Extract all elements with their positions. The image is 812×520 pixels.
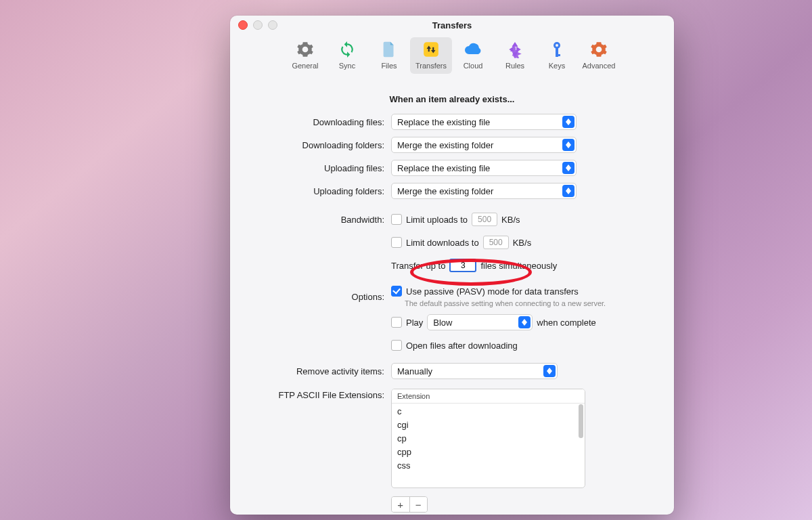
file-icon (380, 40, 399, 59)
input-limit-downloads[interactable]: 500 (483, 236, 509, 249)
checkbox-passive-mode[interactable] (391, 286, 402, 297)
select-play-sound[interactable]: Blow (427, 314, 533, 330)
cloud-icon (464, 40, 482, 59)
tab-transfers[interactable]: Transfers (410, 37, 452, 74)
text-play: Play (406, 318, 423, 328)
scrollbar[interactable] (579, 404, 583, 438)
checkbox-open-after-download[interactable] (391, 340, 402, 351)
tab-advanced[interactable]: Advanced (578, 37, 620, 74)
unit-downloads: KB/s (513, 238, 531, 248)
label-downloading-files: Downloading files: (249, 117, 391, 127)
window-title: Transfers (230, 20, 674, 30)
label-uploading-folders: Uploading folders: (249, 186, 391, 196)
list-item[interactable]: cpp (397, 446, 579, 459)
updown-icon (562, 139, 574, 151)
key-icon (547, 40, 566, 59)
tab-cloud[interactable]: Cloud (452, 37, 494, 74)
updown-icon (518, 316, 531, 328)
extensions-list[interactable]: Extension c cgi cp cpp css (391, 389, 585, 488)
checkbox-play-sound[interactable] (391, 317, 402, 328)
select-remove-activity[interactable]: Manually (391, 363, 558, 379)
rules-icon (505, 40, 524, 59)
preferences-window: Transfers General Sync Files (230, 16, 674, 515)
list-item[interactable]: c (397, 405, 579, 418)
label-remove-activity: Remove activity items: (249, 366, 391, 376)
list-item[interactable]: cp (397, 432, 579, 446)
checkbox-limit-downloads[interactable] (391, 237, 402, 248)
label-bandwidth: Bandwidth: (249, 215, 391, 225)
sync-icon (338, 40, 357, 59)
svg-rect-4 (556, 54, 560, 56)
hint-passive-mode: The default passive setting when connect… (405, 299, 606, 307)
label-uploading-files: Uploading files: (249, 163, 391, 173)
select-downloading-folders[interactable]: Merge the existing folder (391, 137, 577, 153)
tab-general[interactable]: General (284, 37, 326, 74)
list-item[interactable]: cgi (397, 418, 579, 432)
titlebar: Transfers (230, 16, 674, 35)
svg-point-2 (556, 44, 558, 47)
add-remove-extensions: + − (391, 496, 428, 513)
tab-keys[interactable]: Keys (536, 37, 578, 74)
checkbox-limit-uploads[interactable] (391, 214, 402, 225)
add-extension-button[interactable]: + (392, 497, 410, 512)
text-transfer-prefix: Transfer up to (391, 261, 445, 271)
advanced-gear-icon (589, 40, 608, 59)
text-open-after-download: Open files after downloading (406, 341, 518, 351)
unit-uploads: KB/s (501, 215, 520, 225)
select-uploading-folders[interactable]: Merge the existing folder (391, 183, 577, 199)
input-simultaneous-transfers[interactable]: 3 (449, 259, 476, 272)
section-heading: When an item already exists... (249, 94, 655, 104)
gear-icon (296, 40, 315, 59)
text-limit-downloads: Limit downloads to (406, 238, 479, 248)
extensions-header: Extension (392, 389, 585, 404)
input-limit-uploads[interactable]: 500 (472, 213, 497, 226)
svg-rect-0 (424, 42, 438, 57)
select-downloading-files[interactable]: Replace the existing file (391, 114, 577, 130)
preferences-toolbar: General Sync Files Transfers (230, 35, 674, 85)
label-downloading-folders: Downloading folders: (249, 140, 391, 150)
transfers-icon (422, 40, 441, 59)
select-uploading-files[interactable]: Replace the existing file (391, 160, 577, 176)
tab-files[interactable]: Files (368, 37, 410, 74)
remove-extension-button[interactable]: − (410, 497, 428, 512)
text-passive-mode: Use passive (PASV) mode for data transfe… (406, 286, 579, 297)
text-transfer-suffix: files simultaneously (480, 261, 557, 271)
label-options: Options: (249, 292, 391, 302)
updown-icon (562, 116, 574, 128)
text-limit-uploads: Limit uploads to (406, 215, 468, 225)
list-item[interactable]: css (397, 459, 579, 473)
tab-rules[interactable]: Rules (494, 37, 536, 74)
updown-icon (562, 162, 574, 174)
tab-sync[interactable]: Sync (326, 37, 368, 74)
updown-icon (543, 365, 556, 377)
text-when-complete: when complete (537, 318, 595, 328)
label-ftp-ascii: FTP ASCII File Extensions: (249, 389, 391, 400)
updown-icon (562, 185, 574, 197)
